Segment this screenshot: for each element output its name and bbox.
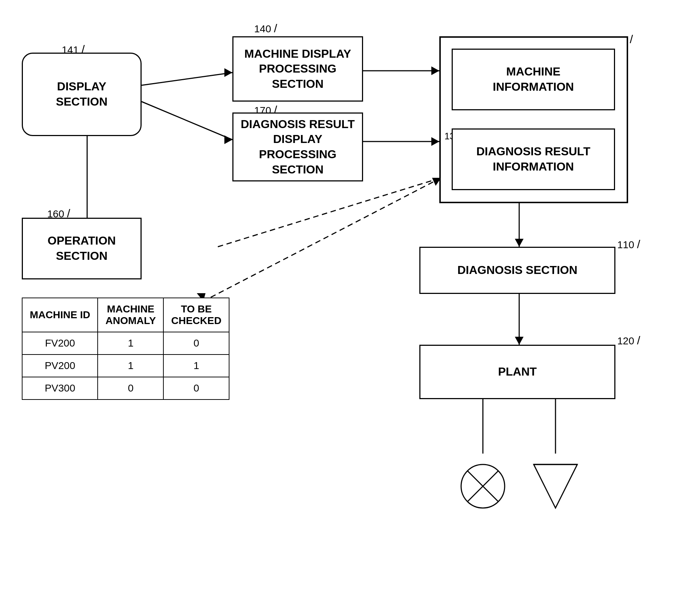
table-header-machine-id: MACHINE ID	[22, 298, 98, 332]
table-cell-checked-2: 1	[163, 355, 229, 377]
plant-box: PLANT	[419, 345, 615, 399]
svg-marker-22	[534, 464, 577, 508]
diagnosis-result-info-box: DIAGNOSIS RESULT INFORMATION	[452, 128, 615, 190]
table-cell-machine-id-1: FV200	[22, 332, 98, 355]
svg-line-0	[142, 73, 232, 85]
svg-marker-3	[224, 135, 232, 144]
svg-marker-16	[515, 337, 524, 345]
svg-line-20	[468, 471, 498, 501]
diagnosis-result-display-box: DIAGNOSIS RESULT DISPLAY PROCESSING SECT…	[232, 112, 363, 181]
table-cell-machine-id-2: PV200	[22, 355, 98, 377]
svg-line-9	[218, 178, 441, 247]
memory-outer-box: 132 151 MACHINE INFORMATION DIAGNOSIS RE…	[439, 36, 628, 203]
svg-line-21	[468, 471, 498, 501]
table-header-to-be-checked: TO BE CHECKED	[163, 298, 229, 332]
table-row: PV300 0 0	[22, 377, 229, 400]
svg-marker-7	[431, 137, 439, 146]
table-row: FV200 1 0	[22, 332, 229, 355]
table-cell-anomaly-2: 1	[98, 355, 163, 377]
svg-line-2	[142, 102, 232, 140]
diagnosis-section-box: DIAGNOSIS SECTION	[419, 247, 615, 294]
svg-marker-1	[224, 68, 232, 77]
ref-110: 110 /	[617, 238, 640, 251]
svg-marker-14	[515, 239, 524, 247]
svg-line-11	[203, 178, 441, 301]
table-cell-anomaly-3: 0	[98, 377, 163, 400]
diagram-container: 140 / MACHINE DISPLAY PROCESSING SECTION…	[0, 0, 700, 594]
table-row: PV200 1 1	[22, 355, 229, 377]
table-header-machine-anomaly: MACHINE ANOMALY	[98, 298, 163, 332]
machine-information-box: MACHINE INFORMATION	[452, 49, 615, 110]
table-cell-checked-1: 0	[163, 332, 229, 355]
data-table: MACHINE ID MACHINE ANOMALY TO BE CHECKED…	[22, 298, 229, 400]
machine-display-processing-box: MACHINE DISPLAY PROCESSING SECTION	[232, 36, 363, 102]
ref-140: 140 /	[254, 22, 277, 35]
table-cell-checked-3: 0	[163, 377, 229, 400]
ref-120: 120 /	[617, 334, 640, 347]
svg-point-19	[461, 464, 505, 508]
table-cell-machine-id-3: PV300	[22, 377, 98, 400]
table-cell-anomaly-1: 1	[98, 332, 163, 355]
display-section-box: DISPLAY SECTION	[22, 53, 142, 136]
operation-section-box: OPERATION SECTION	[22, 218, 142, 279]
svg-marker-5	[431, 66, 439, 75]
